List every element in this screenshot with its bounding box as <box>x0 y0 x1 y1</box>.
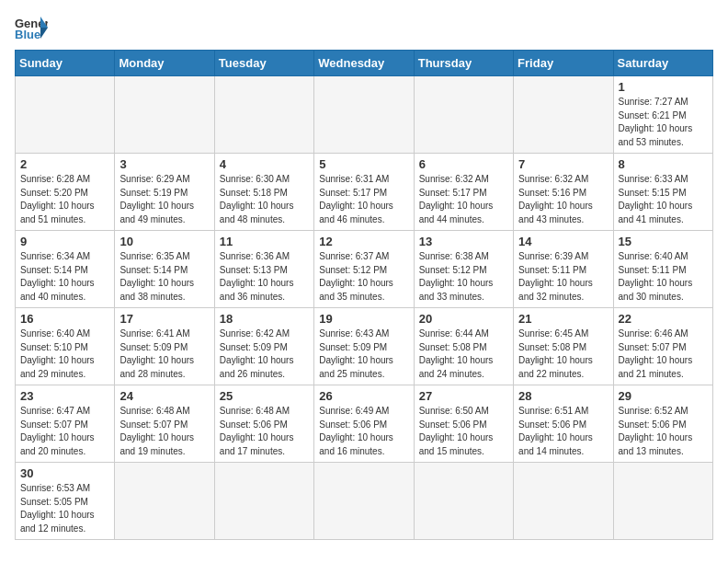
calendar-day-cell: 26Sunrise: 6:49 AM Sunset: 5:06 PM Dayli… <box>314 385 414 463</box>
calendar-week-row: 1Sunrise: 7:27 AM Sunset: 6:21 PM Daylig… <box>16 76 713 154</box>
weekday-header-saturday: Saturday <box>613 51 712 76</box>
day-number: 12 <box>319 235 408 248</box>
calendar-week-row: 16Sunrise: 6:40 AM Sunset: 5:10 PM Dayli… <box>16 308 713 385</box>
day-number: 10 <box>119 235 209 248</box>
day-info: Sunrise: 6:39 AM Sunset: 5:11 PM Dayligh… <box>518 250 608 304</box>
day-number: 15 <box>619 235 708 248</box>
calendar-day-cell: 9Sunrise: 6:34 AM Sunset: 5:14 PM Daylig… <box>16 231 115 308</box>
calendar-day-cell: 22Sunrise: 6:46 AM Sunset: 5:07 PM Dayli… <box>613 308 712 385</box>
calendar-day-cell: 29Sunrise: 6:52 AM Sunset: 5:06 PM Dayli… <box>613 385 712 463</box>
calendar-week-row: 30Sunrise: 6:53 AM Sunset: 5:05 PM Dayli… <box>16 463 713 540</box>
day-number: 16 <box>20 312 109 326</box>
day-info: Sunrise: 6:41 AM Sunset: 5:09 PM Dayligh… <box>119 327 209 381</box>
calendar-day-cell <box>314 76 414 154</box>
day-number: 2 <box>20 157 109 171</box>
day-number: 8 <box>619 157 708 171</box>
calendar-day-cell: 10Sunrise: 6:35 AM Sunset: 5:14 PM Dayli… <box>115 231 214 308</box>
day-info: Sunrise: 6:46 AM Sunset: 5:07 PM Dayligh… <box>619 327 708 381</box>
day-info: Sunrise: 6:51 AM Sunset: 5:06 PM Dayligh… <box>518 405 608 458</box>
day-number: 18 <box>220 312 309 326</box>
calendar-week-row: 2Sunrise: 6:28 AM Sunset: 5:20 PM Daylig… <box>16 154 713 231</box>
day-info: Sunrise: 6:38 AM Sunset: 5:12 PM Dayligh… <box>419 250 508 304</box>
generalblue-logo-icon: General Blue <box>15 15 48 40</box>
calendar-day-cell: 13Sunrise: 6:38 AM Sunset: 5:12 PM Dayli… <box>414 231 513 308</box>
calendar-day-cell: 15Sunrise: 6:40 AM Sunset: 5:11 PM Dayli… <box>613 231 712 308</box>
calendar-day-cell: 12Sunrise: 6:37 AM Sunset: 5:12 PM Dayli… <box>314 231 414 308</box>
day-info: Sunrise: 6:36 AM Sunset: 5:13 PM Dayligh… <box>220 250 309 304</box>
calendar-day-cell: 1Sunrise: 7:27 AM Sunset: 6:21 PM Daylig… <box>613 76 712 154</box>
calendar-day-cell: 2Sunrise: 6:28 AM Sunset: 5:20 PM Daylig… <box>16 154 115 231</box>
day-info: Sunrise: 6:40 AM Sunset: 5:11 PM Dayligh… <box>619 250 708 304</box>
calendar-day-cell <box>414 76 513 154</box>
day-number: 7 <box>518 157 608 171</box>
calendar-day-cell: 23Sunrise: 6:47 AM Sunset: 5:07 PM Dayli… <box>16 385 115 463</box>
day-number: 26 <box>319 389 408 403</box>
day-info: Sunrise: 6:50 AM Sunset: 5:06 PM Dayligh… <box>419 405 508 458</box>
day-info: Sunrise: 6:53 AM Sunset: 5:05 PM Dayligh… <box>20 482 109 535</box>
calendar-day-cell <box>414 463 513 540</box>
day-number: 22 <box>619 312 708 326</box>
calendar-day-cell: 25Sunrise: 6:48 AM Sunset: 5:06 PM Dayli… <box>214 385 313 463</box>
day-number: 21 <box>518 312 608 326</box>
day-info: Sunrise: 6:48 AM Sunset: 5:06 PM Dayligh… <box>220 405 309 458</box>
day-number: 24 <box>119 389 209 403</box>
calendar-day-cell <box>514 463 613 540</box>
day-number: 23 <box>20 389 109 403</box>
calendar-day-cell: 3Sunrise: 6:29 AM Sunset: 5:19 PM Daylig… <box>115 154 214 231</box>
calendar-day-cell: 28Sunrise: 6:51 AM Sunset: 5:06 PM Dayli… <box>514 385 613 463</box>
calendar-day-cell: 19Sunrise: 6:43 AM Sunset: 5:09 PM Dayli… <box>314 308 414 385</box>
calendar-day-cell <box>214 463 313 540</box>
calendar-day-cell <box>613 463 712 540</box>
day-number: 14 <box>518 235 608 248</box>
day-info: Sunrise: 6:42 AM Sunset: 5:09 PM Dayligh… <box>220 327 309 381</box>
day-info: Sunrise: 6:33 AM Sunset: 5:15 PM Dayligh… <box>619 173 708 226</box>
day-info: Sunrise: 6:44 AM Sunset: 5:08 PM Dayligh… <box>419 327 508 381</box>
calendar-day-cell <box>115 76 214 154</box>
calendar-day-cell: 17Sunrise: 6:41 AM Sunset: 5:09 PM Dayli… <box>115 308 214 385</box>
day-info: Sunrise: 6:43 AM Sunset: 5:09 PM Dayligh… <box>319 327 408 381</box>
calendar-day-cell: 21Sunrise: 6:45 AM Sunset: 5:08 PM Dayli… <box>514 308 613 385</box>
weekday-header-friday: Friday <box>514 51 613 76</box>
calendar-day-cell: 6Sunrise: 6:32 AM Sunset: 5:17 PM Daylig… <box>414 154 513 231</box>
logo: General Blue <box>15 15 48 40</box>
calendar-day-cell: 20Sunrise: 6:44 AM Sunset: 5:08 PM Dayli… <box>414 308 513 385</box>
calendar-week-row: 23Sunrise: 6:47 AM Sunset: 5:07 PM Dayli… <box>16 385 713 463</box>
weekday-header-wednesday: Wednesday <box>314 51 414 76</box>
day-number: 28 <box>518 389 608 403</box>
calendar-day-cell <box>214 76 313 154</box>
day-info: Sunrise: 6:34 AM Sunset: 5:14 PM Dayligh… <box>20 250 109 304</box>
day-info: Sunrise: 6:28 AM Sunset: 5:20 PM Dayligh… <box>20 173 109 226</box>
calendar-day-cell: 18Sunrise: 6:42 AM Sunset: 5:09 PM Dayli… <box>214 308 313 385</box>
calendar-day-cell <box>314 463 414 540</box>
day-number: 6 <box>419 157 508 171</box>
calendar-day-cell: 8Sunrise: 6:33 AM Sunset: 5:15 PM Daylig… <box>613 154 712 231</box>
calendar-day-cell: 11Sunrise: 6:36 AM Sunset: 5:13 PM Dayli… <box>214 231 313 308</box>
calendar-day-cell: 16Sunrise: 6:40 AM Sunset: 5:10 PM Dayli… <box>16 308 115 385</box>
day-info: Sunrise: 6:49 AM Sunset: 5:06 PM Dayligh… <box>319 405 408 458</box>
day-info: Sunrise: 6:47 AM Sunset: 5:07 PM Dayligh… <box>20 405 109 458</box>
day-number: 17 <box>119 312 209 326</box>
weekday-header-monday: Monday <box>115 51 214 76</box>
day-info: Sunrise: 7:27 AM Sunset: 6:21 PM Dayligh… <box>619 96 708 149</box>
page-header: General Blue <box>15 15 713 40</box>
svg-marker-3 <box>40 28 48 39</box>
day-info: Sunrise: 6:32 AM Sunset: 5:16 PM Dayligh… <box>518 173 608 226</box>
calendar-day-cell: 4Sunrise: 6:30 AM Sunset: 5:18 PM Daylig… <box>214 154 313 231</box>
day-number: 29 <box>619 389 708 403</box>
day-info: Sunrise: 6:30 AM Sunset: 5:18 PM Dayligh… <box>220 173 309 226</box>
day-number: 4 <box>220 157 309 171</box>
day-info: Sunrise: 6:45 AM Sunset: 5:08 PM Dayligh… <box>518 327 608 381</box>
calendar-table: SundayMondayTuesdayWednesdayThursdayFrid… <box>15 50 713 540</box>
day-info: Sunrise: 6:32 AM Sunset: 5:17 PM Dayligh… <box>419 173 508 226</box>
day-number: 20 <box>419 312 508 326</box>
day-info: Sunrise: 6:29 AM Sunset: 5:19 PM Dayligh… <box>119 173 209 226</box>
day-number: 13 <box>419 235 508 248</box>
day-number: 27 <box>419 389 508 403</box>
calendar-day-cell: 5Sunrise: 6:31 AM Sunset: 5:17 PM Daylig… <box>314 154 414 231</box>
svg-text:Blue: Blue <box>15 28 40 40</box>
day-number: 25 <box>220 389 309 403</box>
calendar-week-row: 9Sunrise: 6:34 AM Sunset: 5:14 PM Daylig… <box>16 231 713 308</box>
calendar-day-cell: 27Sunrise: 6:50 AM Sunset: 5:06 PM Dayli… <box>414 385 513 463</box>
calendar-day-cell: 24Sunrise: 6:48 AM Sunset: 5:07 PM Dayli… <box>115 385 214 463</box>
calendar-day-cell: 7Sunrise: 6:32 AM Sunset: 5:16 PM Daylig… <box>514 154 613 231</box>
